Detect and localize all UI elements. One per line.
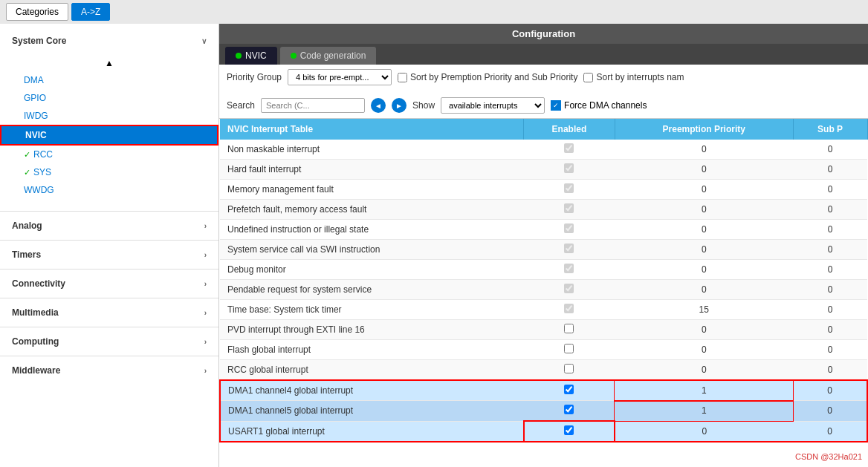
enabled-cell[interactable] — [524, 180, 615, 200]
timers-chevron: › — [204, 251, 207, 259]
enabled-checkbox[interactable] — [564, 143, 574, 153]
enabled-checkbox[interactable] — [564, 344, 574, 353]
enabled-checkbox[interactable] — [564, 405, 574, 414]
preemption-cell: 0 — [615, 421, 793, 442]
enabled-cell[interactable] — [524, 220, 615, 240]
sort-preemption-checkbox[interactable] — [398, 73, 407, 82]
preemption-cell: 0 — [615, 180, 793, 200]
tab-codegen[interactable]: Code generation — [280, 47, 377, 65]
connectivity-label: Connectivity — [12, 278, 65, 289]
enabled-checkbox[interactable] — [564, 364, 574, 373]
priority-group-select[interactable]: 4 bits for pre-empt... — [288, 69, 392, 85]
enabled-checkbox[interactable] — [564, 385, 574, 394]
search-prev-btn[interactable]: ◄ — [371, 98, 386, 113]
sidebar-item-wwdg[interactable]: WWDG — [0, 181, 218, 199]
col-sub: Sub P — [793, 119, 867, 140]
az-btn[interactable]: A->Z — [71, 3, 110, 21]
connectivity-header[interactable]: Connectivity › — [0, 272, 218, 295]
interrupt-name: DMA1 channel5 global interrupt — [220, 401, 524, 422]
interrupt-name: Memory management fault — [220, 180, 524, 200]
divider2 — [0, 240, 218, 241]
enabled-cell[interactable] — [524, 260, 615, 280]
divider3 — [0, 269, 218, 270]
enabled-checkbox[interactable] — [564, 304, 574, 313]
sort-preemption-label: Sort by Premption Priority and Sub Prior… — [410, 72, 577, 82]
enabled-cell[interactable] — [524, 160, 615, 180]
enabled-cell[interactable] — [524, 140, 615, 160]
sub-priority-cell: 0 — [793, 240, 867, 260]
multimedia-chevron: › — [204, 309, 207, 317]
preemption-cell: 0 — [615, 200, 793, 220]
sidebar-item-iwdg[interactable]: IWDG — [0, 107, 218, 125]
codegen-dot-icon — [291, 53, 297, 59]
enabled-cell[interactable] — [524, 401, 615, 422]
search-input[interactable] — [261, 98, 365, 113]
categories-btn[interactable]: Categories — [6, 3, 68, 21]
sidebar-item-sys[interactable]: ✓ SYS — [0, 163, 218, 181]
sidebar-item-dma[interactable]: DMA — [0, 71, 218, 89]
content-area: Configuration NVIC Code generation Prior… — [219, 24, 868, 467]
interrupt-name: DMA1 channel4 global interrupt — [220, 380, 524, 401]
sub-priority-cell: 0 — [793, 320, 867, 340]
sort-preemption-checkbox-label[interactable]: Sort by Premption Priority and Sub Prior… — [398, 72, 577, 82]
enabled-checkbox[interactable] — [564, 425, 574, 435]
enabled-cell[interactable] — [524, 280, 615, 300]
enabled-checkbox[interactable] — [564, 264, 574, 273]
watermark: CSDN @32Ha021 — [795, 452, 862, 461]
search-next-btn[interactable]: ► — [392, 98, 407, 113]
multimedia-header[interactable]: Multimedia › — [0, 301, 218, 324]
rcc-label: RCC — [33, 149, 53, 160]
sub-priority-cell: 0 — [793, 300, 867, 320]
sort-interrupts-checkbox-label[interactable]: Sort by interrupts nam — [583, 72, 684, 82]
col-interrupt-name: NVIC Interrupt Table — [220, 119, 524, 140]
enabled-checkbox[interactable] — [564, 324, 574, 333]
enabled-cell[interactable] — [524, 200, 615, 220]
toolbar-row2: Search ◄ ► Show available interrupts ✓ F… — [227, 97, 647, 114]
enabled-cell[interactable] — [524, 360, 615, 381]
timers-header[interactable]: Timers › — [0, 244, 218, 266]
show-select[interactable]: available interrupts — [441, 97, 545, 114]
divider1 — [0, 211, 218, 212]
enabled-checkbox[interactable] — [564, 223, 574, 233]
table-row: Pendable request for system service00 — [220, 280, 867, 300]
enabled-cell[interactable] — [524, 240, 615, 260]
tab-nvic[interactable]: NVIC — [225, 47, 277, 65]
system-core-header[interactable]: System Core ∨ — [0, 30, 218, 52]
timers-label: Timers — [12, 249, 41, 260]
table-row: PVD interrupt through EXTI line 1600 — [220, 320, 867, 340]
enabled-checkbox[interactable] — [564, 183, 574, 193]
enabled-cell[interactable] — [524, 320, 615, 340]
nvic-table-container: NVIC Interrupt Table Enabled Preemption … — [219, 119, 868, 467]
enabled-checkbox[interactable] — [564, 163, 574, 173]
scroll-up-btn[interactable]: ▲ — [0, 55, 218, 71]
col-preemption: Preemption Priority — [615, 119, 793, 140]
show-label: Show — [412, 100, 435, 111]
computing-header[interactable]: Computing › — [0, 330, 218, 353]
sys-check-icon: ✓ — [24, 168, 30, 177]
sidebar-item-nvic[interactable]: NVIC — [0, 125, 218, 146]
enabled-cell[interactable] — [524, 300, 615, 320]
preemption-cell: 0 — [615, 160, 793, 180]
sidebar-item-rcc[interactable]: ✓ RCC — [0, 146, 218, 163]
priority-group-label: Priority Group — [227, 72, 282, 82]
analog-header[interactable]: Analog › — [0, 215, 218, 237]
interrupt-name: Undefined instruction or illegal state — [220, 220, 524, 240]
enabled-cell[interactable] — [524, 421, 615, 442]
preemption-cell: 0 — [615, 260, 793, 280]
force-dma-label[interactable]: ✓ Force DMA channels — [551, 100, 647, 111]
enabled-checkbox[interactable] — [564, 284, 574, 293]
main-layout: System Core ∨ ▲ DMA GPIO IWDG NVIC ✓ RCC… — [0, 24, 868, 467]
config-title: Configuration — [219, 24, 868, 44]
middleware-header[interactable]: Middleware › — [0, 359, 218, 382]
enabled-cell[interactable] — [524, 340, 615, 360]
enabled-cell[interactable] — [524, 380, 615, 401]
enabled-checkbox[interactable] — [564, 203, 574, 213]
enabled-checkbox[interactable] — [564, 244, 574, 253]
tab-codegen-label: Code generation — [300, 50, 366, 61]
interrupt-name: System service call via SWI instruction — [220, 240, 524, 260]
sidebar-item-gpio[interactable]: GPIO — [0, 89, 218, 107]
multimedia-label: Multimedia — [12, 307, 59, 318]
sub-priority-cell: 0 — [793, 200, 867, 220]
sort-interrupts-checkbox[interactable] — [583, 73, 593, 82]
preemption-cell: 15 — [615, 300, 793, 320]
